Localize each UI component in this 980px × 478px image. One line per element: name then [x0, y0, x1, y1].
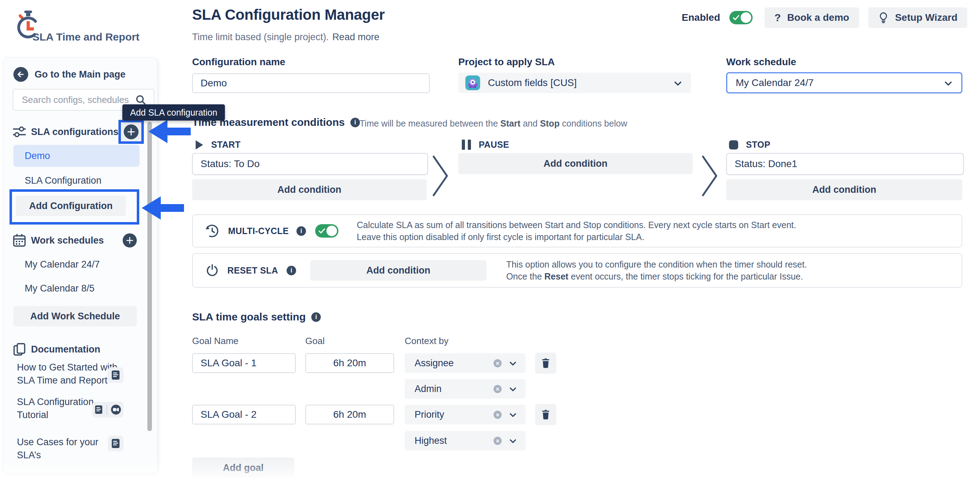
article-icon: [111, 370, 120, 380]
info-icon[interactable]: i: [296, 226, 306, 236]
clear-icon[interactable]: ✕: [493, 437, 502, 445]
desc-text: event occurs, the timer stops ticking fo…: [568, 271, 803, 281]
stop-condition[interactable]: Status: Done1: [726, 153, 964, 175]
goal-duration-input[interactable]: 6h 20m: [305, 353, 394, 373]
reset-sla-label: RESET SLA: [228, 265, 278, 276]
documentation-icon: [13, 343, 26, 356]
annotation-arrow-add-config-plus: [148, 118, 191, 145]
add-configuration-highlight: Add Configuration: [10, 189, 139, 225]
flow-chevron-icon: [702, 155, 718, 198]
stop-condition-value: Status: Done1: [735, 158, 797, 170]
sidebar-item-calendar-85[interactable]: My Calendar 8/5: [25, 282, 94, 295]
add-configuration-button[interactable]: Add Configuration: [16, 196, 126, 216]
work-schedule-select[interactable]: My Calendar 24/7: [726, 72, 963, 93]
context-select[interactable]: Highest ✕: [405, 431, 526, 451]
chevron-down-icon[interactable]: [509, 413, 516, 417]
project-select[interactable]: Custom fields [CUS]: [458, 73, 691, 93]
enabled-toggle[interactable]: [729, 11, 752, 24]
stop-label: STOP: [746, 140, 770, 150]
back-button[interactable]: [13, 67, 28, 82]
sidebar-item-calendar-247[interactable]: My Calendar 24/7: [25, 258, 100, 271]
page-title: SLA Configuration Manager: [192, 6, 385, 23]
flow-chevron-icon: [432, 155, 449, 198]
note-text: and: [520, 118, 540, 128]
stop-icon: [729, 140, 738, 150]
info-icon[interactable]: i: [350, 118, 360, 127]
configuration-name-input[interactable]: Demo: [192, 73, 430, 93]
back-link-label[interactable]: Go to the Main page: [35, 67, 126, 82]
video-icon[interactable]: [111, 404, 121, 415]
goal-duration-input[interactable]: 6h 20m: [305, 405, 394, 424]
play-icon: [195, 140, 204, 150]
start-condition-value: Status: To Do: [200, 158, 260, 170]
context-select[interactable]: Priority ✕: [405, 405, 526, 424]
start-add-condition-button[interactable]: Add condition: [192, 179, 426, 200]
pause-icon: [462, 140, 471, 150]
start-label: START: [211, 140, 240, 150]
work-schedule-label: Work schedule: [726, 56, 796, 68]
desc-text: Once the: [506, 271, 544, 281]
multi-cycle-toggle[interactable]: [315, 224, 339, 237]
doc-article-button[interactable]: [108, 367, 123, 383]
back-arrow-icon: [17, 70, 25, 78]
start-condition[interactable]: Status: To Do: [192, 153, 428, 175]
add-sla-configuration-tooltip: Add SLA configuration: [123, 104, 225, 121]
doc-link-get-started[interactable]: How to Get Started with SLA Time and Rep…: [17, 361, 118, 387]
book-demo-button[interactable]: ? Book a demo: [765, 7, 859, 28]
note-text: Time will be measured between the: [360, 118, 500, 128]
configuration-name-value: Demo: [200, 78, 227, 89]
time-measurement-note: Time will be measured between the Start …: [360, 118, 627, 129]
multi-cycle-icon: [205, 223, 220, 238]
sidebar-item-sla-configuration[interactable]: SLA Configuration: [25, 174, 102, 187]
context-value: Admin: [415, 384, 442, 394]
clear-icon[interactable]: ✕: [493, 385, 502, 393]
reset-add-condition-button[interactable]: Add condition: [310, 260, 487, 280]
add-sla-configuration-button[interactable]: [124, 124, 138, 139]
trash-icon: [541, 409, 550, 420]
chevron-down-icon[interactable]: [509, 361, 516, 366]
add-work-schedule-button[interactable]: Add Work Schedule: [13, 306, 137, 327]
chevron-down-icon[interactable]: [509, 387, 516, 392]
multi-cycle-description: Calculate SLA as sum of all transitions …: [357, 219, 796, 243]
plus-icon: [127, 127, 135, 136]
context-select[interactable]: Admin ✕: [405, 379, 526, 399]
check-icon: [733, 15, 740, 21]
lightbulb-icon: [878, 12, 889, 23]
pause-add-condition-button[interactable]: Add condition: [458, 153, 693, 174]
sidebar-item-demo[interactable]: Demo: [13, 145, 140, 167]
desc-line: Once the Reset event occurs, the timer s…: [506, 270, 807, 282]
setup-wizard-button[interactable]: Setup Wizard: [868, 7, 967, 28]
power-icon: [205, 263, 219, 277]
annotation-arrow-add-configuration: [142, 195, 184, 221]
goal-name-input[interactable]: SLA Goal - 1: [192, 353, 296, 373]
search-icon[interactable]: [135, 94, 146, 105]
clear-icon[interactable]: ✕: [493, 359, 502, 367]
info-icon[interactable]: i: [311, 312, 321, 322]
stop-add-condition-button[interactable]: Add condition: [726, 179, 963, 200]
delete-goal-button[interactable]: [535, 352, 556, 374]
delete-goal-button[interactable]: [535, 404, 556, 425]
page-subtitle: Time limit based (single project).: [192, 32, 329, 43]
doc-article-button[interactable]: [108, 436, 123, 451]
article-icon[interactable]: [94, 405, 103, 414]
doc-link-use-cases[interactable]: Use Cases for your SLA’s: [17, 436, 99, 462]
chevron-down-icon: [674, 81, 682, 86]
context-select[interactable]: Assignee ✕: [405, 353, 526, 373]
enabled-label: Enabled: [682, 12, 720, 23]
chevron-down-icon[interactable]: [509, 439, 516, 443]
add-goal-button[interactable]: Add goal: [192, 457, 294, 478]
info-icon[interactable]: i: [286, 266, 296, 275]
read-more-link[interactable]: Read more: [332, 32, 380, 43]
goal-header: Goal: [305, 336, 325, 347]
add-work-schedule-plus-button[interactable]: [123, 233, 137, 247]
goal-name-input[interactable]: SLA Goal - 2: [192, 405, 296, 424]
desc-line: This option allows you to configure the …: [506, 258, 807, 270]
doc-link-tutorial[interactable]: SLA Configuration Tutorial: [17, 395, 94, 422]
sidebar-scrollbar[interactable]: [147, 122, 152, 431]
setup-wizard-label: Setup Wizard: [895, 12, 958, 23]
book-demo-label: Book a demo: [787, 12, 849, 23]
goal-duration-value: 6h 20m: [333, 409, 366, 420]
clear-icon[interactable]: ✕: [493, 411, 502, 419]
note-stop: Stop: [540, 118, 560, 128]
work-schedules-title: Work schedules: [31, 233, 104, 248]
